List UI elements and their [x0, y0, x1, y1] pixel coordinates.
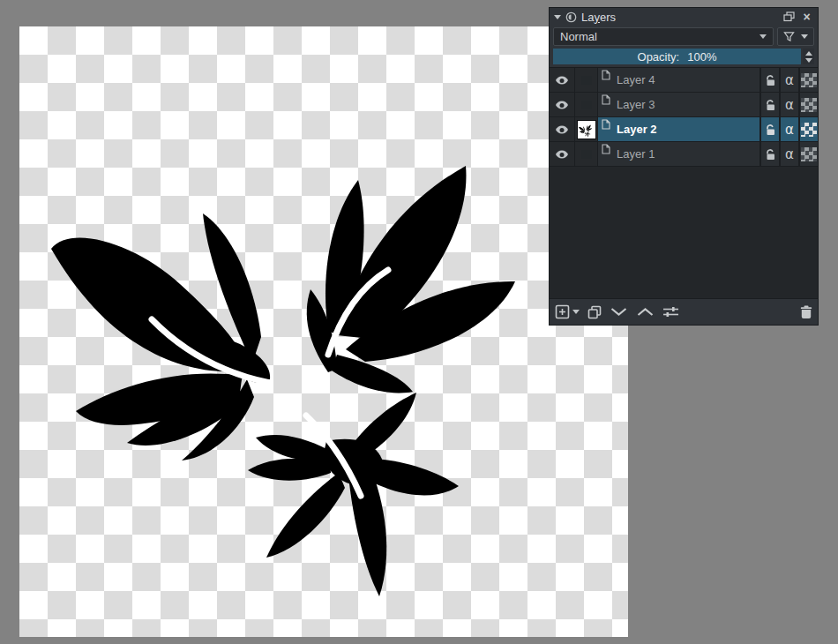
- eye-icon: [555, 98, 569, 112]
- duplicate-icon: [587, 305, 602, 319]
- add-layer-icon: [555, 304, 570, 319]
- layer-thumbnail[interactable]: [575, 142, 598, 166]
- checkerboard-icon: [801, 147, 817, 161]
- layer-type-icon: [602, 92, 610, 118]
- alpha-icon: α: [785, 97, 794, 113]
- inherit-alpha-toggle[interactable]: [798, 68, 818, 92]
- visibility-toggle[interactable]: [550, 142, 575, 166]
- checkerboard-icon: [801, 98, 817, 112]
- layer-row[interactable]: Layer 1 α: [550, 142, 818, 167]
- layers-toolbar: [550, 298, 818, 325]
- chevron-down-icon: [759, 34, 767, 39]
- eye-icon: [555, 73, 569, 87]
- spin-up-icon[interactable]: [805, 51, 812, 56]
- layers-docker: Layers × Normal Opacity: 100%: [549, 7, 819, 326]
- alpha-lock-toggle[interactable]: α: [779, 142, 798, 166]
- layer-thumbnail[interactable]: [575, 68, 598, 92]
- opacity-slider[interactable]: Opacity: 100%: [553, 49, 801, 64]
- chevron-up-icon: [636, 307, 655, 317]
- alpha-icon: α: [785, 146, 794, 162]
- close-docker-button[interactable]: ×: [800, 11, 813, 24]
- lock-toggle[interactable]: [759, 142, 779, 166]
- funnel-icon: [783, 31, 795, 42]
- opacity-value: 100%: [687, 50, 716, 64]
- add-layer-button[interactable]: [555, 303, 580, 322]
- chevron-down-icon: [572, 310, 580, 314]
- leaf-artwork: [19, 26, 628, 637]
- chevron-down-icon: [801, 34, 808, 39]
- move-layer-up-button[interactable]: [636, 303, 655, 322]
- blend-mode-value: Normal: [560, 30, 597, 43]
- checkerboard-icon: [801, 73, 817, 87]
- eye-icon: [555, 123, 569, 137]
- lock-icon: [765, 99, 776, 111]
- spin-down-icon[interactable]: [805, 58, 812, 63]
- float-docker-button[interactable]: [782, 11, 796, 24]
- layer-filter-button[interactable]: [777, 27, 814, 46]
- opacity-label: Opacity:: [638, 50, 680, 64]
- layer-name[interactable]: Layer 1: [617, 147, 655, 161]
- alpha-lock-toggle[interactable]: α: [779, 68, 798, 92]
- docker-titlebar: Layers ×: [550, 8, 818, 26]
- visibility-toggle[interactable]: [550, 68, 575, 92]
- blend-mode-select[interactable]: Normal: [553, 27, 774, 46]
- layer-list: Layer 4 α: [550, 67, 818, 298]
- visibility-toggle[interactable]: [550, 93, 575, 116]
- layer-thumbnail[interactable]: [575, 117, 598, 141]
- layer-thumbnail[interactable]: [575, 93, 598, 116]
- layer-row-selected[interactable]: Layer 2 α: [550, 117, 818, 142]
- eye-icon: [555, 147, 569, 161]
- layer-name[interactable]: Layer 4: [617, 73, 655, 86]
- layer-name[interactable]: Layer 2: [617, 123, 657, 136]
- collapse-arrow-icon[interactable]: [554, 15, 561, 19]
- alpha-icon: α: [785, 122, 794, 138]
- inherit-alpha-toggle[interactable]: [798, 142, 818, 166]
- move-layer-down-button[interactable]: [610, 303, 628, 322]
- opacity-row: Opacity: 100%: [550, 48, 818, 67]
- lock-icon: [765, 124, 776, 136]
- layer-type-icon: [602, 67, 610, 94]
- float-icon: [783, 11, 795, 22]
- layer-type-icon: [602, 116, 610, 143]
- checkerboard-icon: [801, 123, 817, 137]
- docker-title: Layers: [581, 11, 616, 24]
- chevron-down-icon: [610, 307, 628, 317]
- layer-row[interactable]: Layer 3 α: [550, 93, 818, 117]
- layer-name[interactable]: Layer 3: [617, 98, 655, 111]
- lock-icon: [765, 74, 776, 86]
- layer-row[interactable]: Layer 4 α: [550, 68, 818, 93]
- blend-mode-row: Normal: [550, 26, 818, 48]
- alpha-lock-toggle[interactable]: α: [779, 117, 798, 141]
- lock-toggle[interactable]: [759, 93, 779, 116]
- close-icon: ×: [803, 11, 810, 23]
- sliders-icon: [662, 306, 679, 318]
- lock-toggle[interactable]: [759, 117, 779, 141]
- docker-icon: [565, 11, 577, 23]
- layer-type-icon: [602, 141, 610, 168]
- visibility-toggle[interactable]: [550, 117, 575, 141]
- inherit-alpha-toggle[interactable]: [798, 117, 818, 141]
- alpha-icon: α: [785, 72, 794, 88]
- duplicate-layer-button[interactable]: [587, 303, 602, 322]
- alpha-lock-toggle[interactable]: α: [779, 93, 798, 116]
- delete-layer-button[interactable]: [800, 303, 812, 322]
- lock-icon: [765, 148, 776, 161]
- thumbnail-image: [577, 120, 596, 139]
- trash-icon: [800, 305, 812, 319]
- lock-toggle[interactable]: [759, 68, 779, 92]
- layer-properties-button[interactable]: [662, 303, 679, 322]
- inherit-alpha-toggle[interactable]: [798, 93, 818, 116]
- desktop: { "window": { "desktop_color": "#828282"…: [0, 0, 838, 644]
- artwork-canvas[interactable]: [19, 26, 628, 637]
- opacity-spinner: [803, 49, 814, 64]
